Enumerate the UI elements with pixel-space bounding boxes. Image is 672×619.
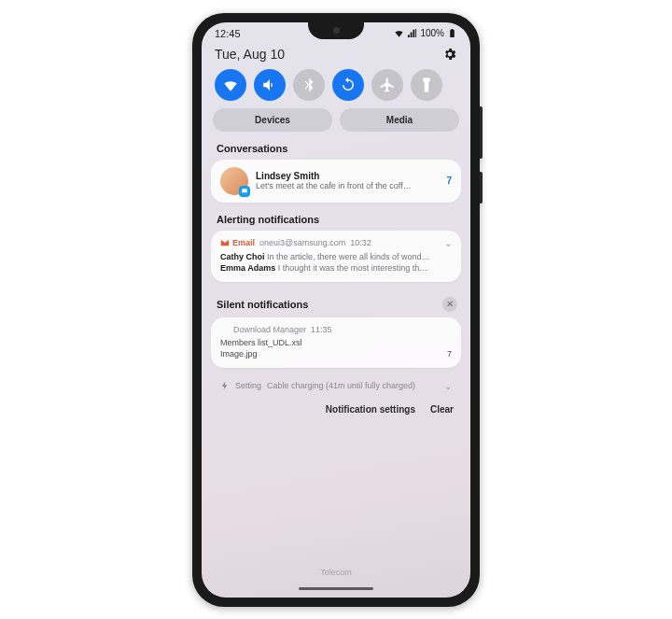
qs-flashlight-toggle[interactable] [411,69,442,101]
charging-row[interactable]: Setting Cable charging (41m until fully … [211,377,461,395]
battery-percent: 100% [420,28,444,38]
conversation-card[interactable]: Lindsey Smith Let's meet at the cafe in … [211,160,461,203]
power-button[interactable] [480,172,483,204]
home-indicator[interactable] [299,587,373,590]
conversation-sender: Lindsey Smith [256,171,435,181]
silent-header: Silent notifications [217,299,308,310]
status-icons: 100% [394,28,457,38]
email-account: oneui3@samsung.com [259,238,345,247]
email-time: 10:32 [350,238,371,247]
qs-sound-toggle[interactable] [254,69,286,101]
email-card[interactable]: Email oneui3@samsung.com 10:32 ⌄ Cathy C… [211,231,461,282]
settings-gear-icon[interactable] [442,47,457,62]
conversation-preview: Let's meet at the cafe in front of the c… [256,181,435,190]
alerting-header: Alerting notifications [202,212,470,231]
airplane-icon [379,77,396,93]
email-item[interactable]: Cathy Choi In the article, there were al… [220,252,452,261]
signal-status-icon [407,28,417,38]
date-text: Tue, Aug 10 [215,47,285,62]
download-card[interactable]: Download Manager 11:35 Members list_UDL.… [211,317,461,368]
rotate-icon [340,77,357,93]
dismiss-silent-icon[interactable]: ✕ [442,297,457,312]
flashlight-icon [418,77,435,93]
quick-settings-row [202,69,470,108]
device-media-row: Devices Media [202,108,470,141]
date-row: Tue, Aug 10 [202,41,470,69]
download-app: Download Manager [233,325,306,334]
bluetooth-icon [301,77,317,93]
download-item[interactable]: Members list_UDL.xsl [220,338,452,347]
download-item[interactable]: Image.jpg7 [220,349,452,359]
qs-wifi-toggle[interactable] [215,69,246,101]
battery-status-icon [447,28,457,38]
qs-airplane-toggle[interactable] [371,69,403,101]
screen: 12:45 100% Tue, Aug 10 Devices Media Con… [202,22,470,598]
conversations-header: Conversations [202,141,470,160]
qs-rotate-toggle[interactable] [332,69,364,101]
bolt-icon [220,381,230,390]
conversation-count: 7 [442,176,452,186]
silent-header-row: Silent notifications ✕ [202,291,470,317]
wifi-icon [222,77,239,93]
chevron-down-icon[interactable]: ⌄ [444,381,452,391]
camera-notch [308,22,364,39]
avatar [220,167,248,195]
setting-app: Setting [235,381,261,390]
chevron-down-icon[interactable]: ⌄ [444,238,452,248]
email-icon [220,238,230,247]
carrier-label: Telecom [202,568,470,577]
wifi-status-icon [394,28,404,38]
setting-text: Cable charging (41m until fully charged) [267,381,415,390]
messages-app-badge-icon [239,186,250,197]
volume-button[interactable] [480,106,483,159]
email-app-label: Email [220,238,255,247]
download-time: 11:35 [311,325,332,334]
notification-settings-button[interactable]: Notification settings [326,404,415,415]
clock: 12:45 [215,28,241,39]
email-item[interactable]: Emma Adams I thought it was the most int… [220,263,452,273]
download-icon [220,325,229,333]
footer-actions: Notification settings Clear [202,402,470,416]
qs-bluetooth-toggle[interactable] [293,69,325,101]
devices-button[interactable]: Devices [213,108,332,132]
media-button[interactable]: Media [340,108,459,132]
clear-button[interactable]: Clear [430,404,454,415]
sound-icon [261,77,278,93]
phone-frame: 12:45 100% Tue, Aug 10 Devices Media Con… [192,13,480,607]
